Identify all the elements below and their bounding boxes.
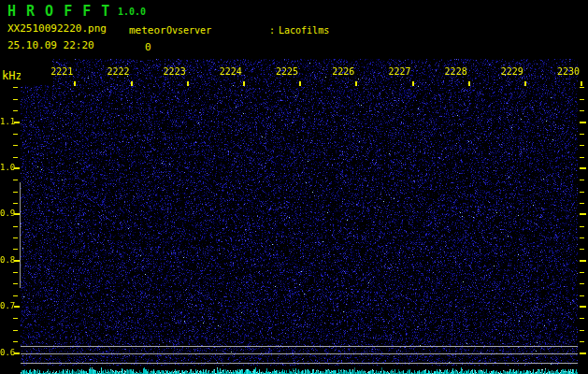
x-axis-tick-label: 2224 bbox=[218, 66, 242, 77]
y-axis-minor-tick-right bbox=[580, 318, 584, 319]
y-axis-minor-tick bbox=[13, 330, 18, 331]
x-axis-tick bbox=[74, 81, 76, 86]
y-axis-minor-tick bbox=[13, 203, 18, 204]
y-axis-minor-tick-right bbox=[580, 99, 584, 100]
y-axis-tick-label: 0.6 bbox=[0, 348, 14, 357]
info-row-observer: Ovserver:Lacofilms bbox=[166, 25, 408, 36]
x-axis-tick-label: 2223 bbox=[162, 66, 186, 77]
y-axis-minor-tick-right bbox=[580, 330, 584, 331]
y-axis-minor-tick-right bbox=[580, 272, 584, 273]
y-axis-minor-tick bbox=[13, 295, 18, 296]
y-axis-minor-tick-right bbox=[580, 192, 584, 193]
x-axis-tick-label: 2221 bbox=[49, 66, 73, 77]
y-axis-minor-tick bbox=[13, 272, 18, 273]
marker-line-1 bbox=[21, 346, 578, 347]
y-axis-minor-tick-right bbox=[580, 237, 584, 238]
x-axis-tick-label: 2226 bbox=[330, 66, 354, 77]
y-axis-minor-tick bbox=[13, 99, 18, 100]
y-axis-unit-label: kHz bbox=[2, 69, 22, 82]
y-axis-tick-label: 0.8 bbox=[0, 255, 14, 265]
y-axis-minor-tick bbox=[13, 249, 18, 250]
y-axis-tick-label: 0.9 bbox=[0, 209, 14, 218]
y-axis-minor-tick bbox=[13, 226, 18, 227]
y-axis-tick-label: 0.7 bbox=[0, 301, 14, 310]
mode-label: meteor bbox=[129, 24, 166, 36]
x-axis-tick-label: 2228 bbox=[443, 66, 467, 77]
y-axis-major-tick-right bbox=[580, 213, 586, 215]
app-title: H R O F F T bbox=[7, 3, 110, 20]
x-axis-tick bbox=[412, 81, 414, 86]
y-axis-major-tick-right bbox=[580, 122, 586, 123]
y-axis-tick-label: 1.0 bbox=[0, 163, 14, 172]
left-border-segment bbox=[20, 182, 21, 288]
observation-datetime: 25.10.09 22:20 bbox=[7, 39, 94, 51]
meteor-count: 0 bbox=[145, 41, 151, 53]
y-axis-minor-tick bbox=[13, 283, 18, 284]
y-axis-minor-tick bbox=[13, 318, 18, 319]
y-axis-minor-tick bbox=[13, 145, 18, 146]
marker-line-2 bbox=[21, 353, 578, 354]
x-axis-tick-label: 2230 bbox=[555, 66, 580, 77]
y-axis-minor-tick-right bbox=[580, 341, 584, 342]
x-axis-tick bbox=[581, 81, 582, 86]
y-axis-minor-tick-right bbox=[580, 203, 584, 204]
y-axis-minor-tick-right bbox=[580, 283, 584, 284]
x-axis-tick bbox=[187, 81, 189, 86]
spectrogram-canvas bbox=[21, 59, 578, 366]
y-axis-minor-tick-right bbox=[580, 157, 584, 158]
x-axis-tick-label: 2227 bbox=[387, 66, 411, 77]
y-axis-minor-tick-right bbox=[580, 226, 584, 227]
info-label: Ovserver bbox=[166, 25, 269, 36]
x-axis-tick-label: 2225 bbox=[274, 66, 298, 77]
y-axis-minor-tick-right bbox=[580, 249, 584, 250]
x-axis-tick-label: 2229 bbox=[499, 66, 523, 77]
output-filename: XX2510092220.png bbox=[7, 22, 107, 35]
hrofft-window: H R O F F T 1.0.0 XX2510092220.png meteo… bbox=[0, 0, 588, 374]
y-axis-minor-tick-right bbox=[580, 87, 584, 88]
y-axis-minor-tick-right bbox=[580, 134, 584, 135]
x-axis-tick bbox=[131, 81, 133, 86]
y-axis-minor-tick bbox=[13, 157, 18, 158]
y-axis-minor-tick bbox=[13, 134, 18, 135]
y-axis-major-tick-right bbox=[580, 352, 586, 354]
y-axis-major-tick-right bbox=[580, 306, 586, 308]
x-axis-tick bbox=[299, 81, 301, 86]
info-value: Lacofilms bbox=[279, 25, 329, 36]
y-axis-major-tick-right bbox=[580, 260, 586, 262]
marker-line-3 bbox=[21, 363, 578, 364]
y-axis-minor-tick-right bbox=[580, 295, 584, 296]
signal-level-trace bbox=[21, 367, 578, 374]
y-axis-minor-tick bbox=[13, 110, 18, 111]
y-axis-minor-tick-right bbox=[580, 110, 584, 111]
y-axis-tick-label: 1.1 bbox=[0, 117, 14, 126]
y-axis-minor-tick bbox=[13, 237, 18, 238]
y-axis-major-tick-right bbox=[580, 167, 586, 169]
x-axis-tick bbox=[524, 81, 526, 86]
x-axis-tick bbox=[468, 81, 470, 86]
y-axis-minor-tick-right bbox=[580, 180, 584, 180]
y-axis-minor-tick bbox=[13, 180, 18, 180]
y-axis-minor-tick bbox=[13, 87, 18, 88]
x-axis-tick-label: 2222 bbox=[106, 66, 130, 77]
x-axis-tick bbox=[243, 81, 245, 86]
x-axis-tick bbox=[355, 81, 357, 86]
app-version: 1.0.0 bbox=[118, 7, 146, 17]
y-axis-minor-tick-right bbox=[580, 145, 584, 146]
y-axis-minor-tick bbox=[13, 192, 18, 193]
y-axis-minor-tick bbox=[13, 341, 18, 342]
